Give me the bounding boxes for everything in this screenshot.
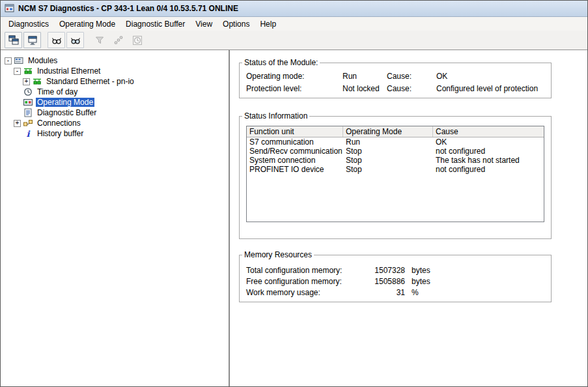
cell-cause: The task has not started	[433, 156, 544, 165]
cell-cause: OK	[433, 137, 544, 147]
column-function-unit[interactable]: Function unit	[247, 126, 343, 137]
cell-function-unit: S7 communication	[247, 137, 343, 147]
monitor-button[interactable]	[23, 32, 41, 48]
expander-spacer	[14, 109, 21, 117]
expand-icon[interactable]	[23, 78, 30, 85]
tree-item-connections[interactable]: Connections	[14, 118, 229, 128]
info-icon: i	[23, 129, 33, 138]
windows-cascade-icon	[8, 35, 19, 46]
table-row[interactable]: S7 communication Run OK	[247, 137, 544, 147]
menu-view[interactable]: View	[190, 18, 217, 30]
cell-operating-mode: Stop	[343, 156, 433, 165]
column-operating-mode[interactable]: Operating Mode	[343, 126, 433, 137]
free-config-memory-unit: bytes	[405, 277, 544, 286]
collapse-icon[interactable]	[14, 68, 21, 75]
cell-function-unit: System connection	[247, 156, 343, 165]
memory-resources-title: Memory Resources	[242, 250, 314, 259]
free-config-memory-label: Free configuration memory:	[246, 277, 369, 286]
tree-item-label: Modules	[27, 56, 59, 65]
tree-item-standard-ethernet[interactable]: Standard Ethernet - pn-io	[23, 76, 229, 87]
menu-diagnostics[interactable]: Diagnostics	[3, 18, 54, 30]
menu-bar: Diagnostics Operating Mode Diagnostic Bu…	[1, 17, 587, 31]
ethernet-icon	[32, 77, 42, 86]
cell-cause: not configured	[433, 147, 544, 156]
clock-icon	[132, 35, 143, 46]
total-config-memory-unit: bytes	[405, 266, 544, 275]
glasses-filled-button[interactable]	[66, 32, 84, 48]
menu-diagnostic-buffer[interactable]: Diagnostic Buffer	[120, 18, 190, 30]
status-module-group: Status of the Module: Operating mode: Ru…	[239, 58, 552, 98]
toolbar-separator	[85, 40, 89, 40]
connections-icon	[23, 119, 33, 128]
table-row[interactable]: Send/Recv communication Stop not configu…	[247, 147, 544, 156]
title-bar[interactable]: NCM S7 Diagnostics - CP 343-1 Lean 0/4 1…	[1, 1, 587, 17]
tree-item-time-of-day[interactable]: Time of day	[14, 87, 229, 97]
work-memory-usage-label: Work memory usage:	[246, 288, 369, 297]
memory-resources-group: Memory Resources Total configuration mem…	[239, 250, 552, 302]
cell-function-unit: PROFINET IO device	[247, 165, 343, 174]
status-information-table: Function unit Operating Mode Cause S7 co…	[246, 126, 544, 222]
tree-item-diagnostic-buffer[interactable]: Diagnostic Buffer	[14, 108, 229, 118]
ethernet-icon	[23, 66, 33, 76]
cause-label: Cause:	[387, 84, 436, 93]
tree-item-modules[interactable]: Modules	[5, 55, 229, 66]
toolbar-separator	[42, 40, 46, 40]
status-information-group: Status Information Function unit Operati…	[239, 111, 552, 239]
table-row[interactable]: PROFINET IO device Stop not configured	[247, 165, 544, 174]
tree-item-label: Industrial Ethernet	[36, 66, 102, 76]
work-memory-usage-value: 31	[369, 288, 405, 297]
cause-label: Cause:	[387, 72, 436, 81]
glasses-filled-icon	[70, 35, 81, 46]
tree-item-industrial-ethernet[interactable]: Industrial Ethernet	[14, 66, 229, 76]
total-config-memory-value: 1507328	[369, 266, 405, 275]
clock-button[interactable]	[128, 32, 146, 48]
expander-spacer	[14, 130, 21, 137]
svg-text:i: i	[27, 129, 31, 138]
tree-item-label: History buffer	[36, 129, 85, 138]
app-window: NCM S7 Diagnostics - CP 343-1 Lean 0/4 1…	[0, 0, 588, 387]
glasses-button[interactable]	[48, 32, 65, 48]
clock-icon	[23, 87, 33, 96]
status-module-title: Status of the Module:	[242, 58, 320, 67]
detail-pane: Status of the Module: Operating mode: Ru…	[230, 50, 587, 386]
cell-operating-mode: Stop	[343, 165, 433, 174]
tree-item-label: Standard Ethernet - pn-io	[45, 77, 135, 86]
operating-mode-label: Operating mode:	[246, 72, 343, 81]
modules-icon	[14, 56, 24, 65]
tree-item-history-buffer[interactable]: i History buffer	[14, 128, 229, 139]
expand-icon[interactable]	[14, 120, 21, 127]
tree-item-label: Connections	[36, 119, 82, 128]
window-title: NCM S7 Diagnostics - CP 343-1 Lean 0/4 1…	[18, 4, 238, 13]
tree-item-label: Diagnostic Buffer	[36, 108, 98, 117]
free-config-memory-value: 1505886	[369, 277, 405, 286]
collapse-icon[interactable]	[5, 57, 12, 64]
cause-value: OK	[436, 72, 544, 81]
column-cause[interactable]: Cause	[433, 126, 544, 137]
menu-help[interactable]: Help	[255, 18, 281, 30]
work-memory-usage-unit: %	[405, 288, 544, 297]
menu-operating-mode[interactable]: Operating Mode	[54, 18, 120, 30]
protection-level-label: Protection level:	[246, 84, 343, 93]
cause-value: Configured level of protection	[436, 84, 544, 93]
tree-item-label: Operating Mode	[36, 98, 94, 107]
diagnostics-tree: Modules Industrial Ethernet	[1, 50, 230, 386]
filter-icon	[94, 35, 105, 46]
values-icon	[113, 35, 124, 46]
protection-level-value: Not locked	[343, 84, 387, 93]
operating-mode-icon	[23, 98, 33, 107]
tree-item-operating-mode[interactable]: Operating Mode	[14, 97, 229, 108]
cell-cause: not configured	[433, 165, 544, 174]
filter-button[interactable]	[91, 32, 108, 48]
diagnostic-buffer-icon	[23, 108, 33, 117]
glasses-icon	[51, 35, 62, 46]
table-row[interactable]: System connection Stop The task has not …	[247, 156, 544, 165]
toolbar	[1, 31, 587, 50]
operating-mode-value: Run	[343, 72, 387, 81]
windows-cascade-button[interactable]	[5, 32, 22, 48]
tree-item-label: Time of day	[36, 87, 79, 96]
table-header: Function unit Operating Mode Cause	[247, 126, 544, 137]
menu-options[interactable]: Options	[217, 18, 255, 30]
expander-spacer	[14, 89, 21, 96]
values-button[interactable]	[109, 32, 127, 48]
total-config-memory-label: Total configuration memory:	[246, 266, 369, 275]
